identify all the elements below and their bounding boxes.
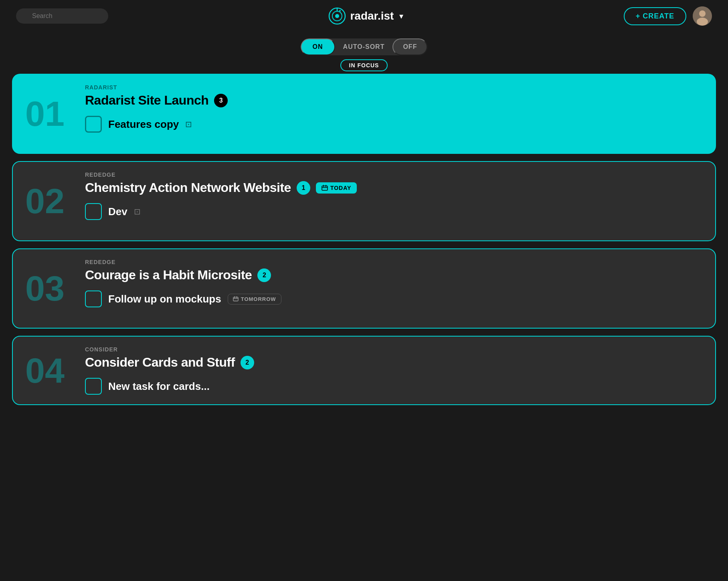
task-number-section-03: 03 xyxy=(13,249,77,328)
task-item-name-04: New task for cards... xyxy=(108,380,210,393)
task-item-name-02: Dev xyxy=(108,206,127,218)
autosort-label: AUTO-SORT xyxy=(335,39,393,54)
toggle-off-button[interactable]: OFF xyxy=(392,38,427,55)
task-count-badge-01: 3 xyxy=(214,94,228,107)
today-label: TODAY xyxy=(330,185,351,191)
create-button-label: + CREATE xyxy=(636,12,674,20)
task-checkbox-04[interactable] xyxy=(85,378,102,395)
tomorrow-label: TOMORROW xyxy=(241,296,276,302)
task-title-03: Courage is a Habit Microsite xyxy=(85,268,252,282)
note-icon-02: ⊡ xyxy=(134,207,141,216)
task-number-03: 03 xyxy=(25,271,65,306)
task-content-04: CONSIDER Consider Cards and Stuff 2 New … xyxy=(77,337,715,404)
task-title-row-03: Courage is a Habit Microsite 2 xyxy=(85,268,703,282)
task-title-row-02: Chemistry Action Network Website 1 TODAY xyxy=(85,180,703,195)
create-button[interactable]: + CREATE xyxy=(624,7,686,25)
note-icon-01: ⊡ xyxy=(185,119,192,129)
task-item-row-04: New task for cards... xyxy=(85,378,703,395)
header-right: + CREATE xyxy=(624,6,712,26)
task-checkbox-03[interactable] xyxy=(85,290,102,307)
tasks-container: 01 RADARIST Radarist Site Launch 3 Featu… xyxy=(0,74,728,405)
avatar-image xyxy=(693,6,712,26)
logo-text: radar.ist xyxy=(350,10,394,22)
task-item-name-01: Features copy xyxy=(108,118,179,131)
task-count-badge-03: 2 xyxy=(257,268,271,282)
task-title-01: Radarist Site Launch xyxy=(85,93,208,108)
logo-area[interactable]: radar.ist ▾ xyxy=(328,7,403,25)
task-content-02: REDEDGE Chemistry Action Network Website… xyxy=(77,162,715,240)
avatar[interactable] xyxy=(693,6,712,26)
task-item-name-03: Follow up on mockups xyxy=(108,293,221,305)
logo-chevron-icon: ▾ xyxy=(399,11,403,21)
logo-icon xyxy=(328,7,346,25)
autosort-toggle: ON AUTO-SORT OFF xyxy=(301,38,428,55)
task-card-02: 02 REDEDGE Chemistry Action Network Webs… xyxy=(12,161,716,241)
svg-point-4 xyxy=(335,14,339,18)
task-number-section-02: 02 xyxy=(13,162,77,240)
task-due-today-02: TODAY xyxy=(316,182,357,194)
task-item-row-01: Features copy ⊡ xyxy=(85,116,703,133)
svg-rect-10 xyxy=(322,186,328,190)
search-input[interactable] xyxy=(16,8,108,24)
task-number-04: 04 xyxy=(25,353,65,388)
task-project-03: REDEDGE xyxy=(85,259,703,265)
task-content-01: RADARIST Radarist Site Launch 3 Features… xyxy=(77,75,715,153)
task-title-row-01: Radarist Site Launch 3 xyxy=(85,93,703,108)
search-wrapper xyxy=(16,8,108,24)
section-label-container: IN FOCUS xyxy=(0,59,728,71)
autosort-container: ON AUTO-SORT OFF xyxy=(0,32,728,59)
task-project-02: REDEDGE xyxy=(85,171,703,178)
section-label: IN FOCUS xyxy=(340,59,388,71)
task-title-04: Consider Cards and Stuff xyxy=(85,355,235,370)
task-card-04: 04 CONSIDER Consider Cards and Stuff 2 N… xyxy=(12,336,716,405)
svg-point-8 xyxy=(699,10,706,17)
task-title-row-04: Consider Cards and Stuff 2 xyxy=(85,355,703,370)
task-number-section-01: 01 xyxy=(13,75,77,153)
task-card-01: 01 RADARIST Radarist Site Launch 3 Featu… xyxy=(12,74,716,154)
task-count-badge-02: 1 xyxy=(297,181,310,195)
task-project-01: RADARIST xyxy=(85,84,703,91)
header: radar.ist ▾ + CREATE xyxy=(0,0,728,32)
task-number-02: 02 xyxy=(25,184,65,219)
task-count-badge-04: 2 xyxy=(241,356,254,369)
task-checkbox-02[interactable] xyxy=(85,203,102,220)
task-number-section-04: 04 xyxy=(13,337,77,404)
toggle-on-button[interactable]: ON xyxy=(301,38,335,55)
task-item-row-02: Dev ⊡ xyxy=(85,203,703,220)
task-project-04: CONSIDER xyxy=(85,346,703,353)
task-card-03: 03 REDEDGE Courage is a Habit Microsite … xyxy=(12,248,716,329)
calendar-icon-02 xyxy=(322,185,328,191)
task-due-tomorrow-03: TOMORROW xyxy=(228,294,281,305)
task-content-03: REDEDGE Courage is a Habit Microsite 2 F… xyxy=(77,249,715,328)
svg-point-9 xyxy=(697,18,708,26)
task-checkbox-01[interactable] xyxy=(85,116,102,133)
task-number-01: 01 xyxy=(25,96,65,131)
svg-rect-14 xyxy=(233,297,238,301)
task-title-02: Chemistry Action Network Website xyxy=(85,180,291,195)
calendar-icon-03 xyxy=(233,296,239,302)
svg-point-6 xyxy=(339,10,341,12)
task-item-row-03: Follow up on mockups TOMORROW xyxy=(85,290,703,307)
